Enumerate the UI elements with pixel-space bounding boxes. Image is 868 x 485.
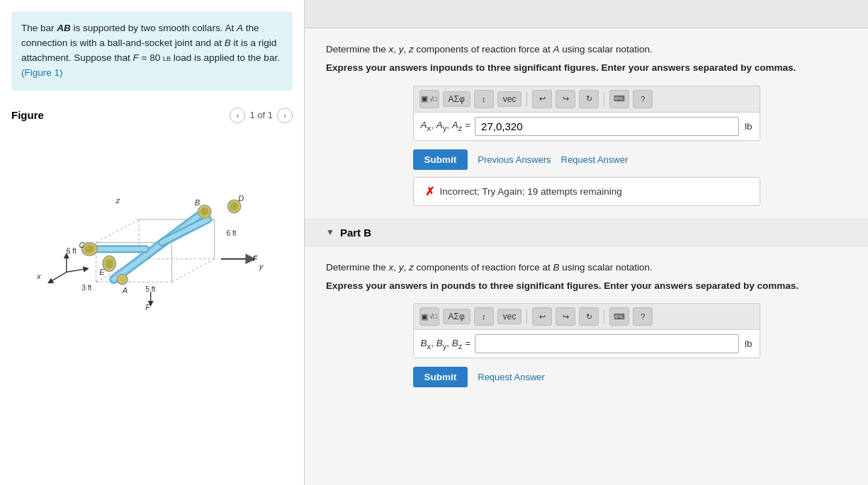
svg-point-36: [106, 258, 113, 268]
arrows-btn-b[interactable]: ↕: [474, 307, 494, 326]
prev-answers-link[interactable]: Previous Answers: [478, 154, 551, 165]
part-a-instruction: Determine the x, y, z components of reac…: [326, 42, 847, 57]
vec-btn-b[interactable]: vec: [497, 309, 522, 324]
svg-text:E: E: [99, 268, 105, 276]
bar-label: AB: [57, 23, 71, 33]
toolbar-b: ▣√□ ΑΣφ ↕ vec ↩ ↪ ↻ ⌨ ?: [413, 303, 760, 329]
part-b-header: ▼ Part B: [305, 219, 868, 246]
input-label-b: Bx, By, Bz =: [421, 338, 471, 350]
unit-label-a: lb: [745, 121, 753, 132]
diagram-svg: x z y: [11, 127, 293, 312]
svg-text:6 ft: 6 ft: [67, 247, 77, 255]
top-bar: [305, 0, 868, 28]
xyz-vars-a: x: [389, 44, 394, 55]
keyboard-btn-a[interactable]: ⌨: [609, 90, 629, 108]
next-figure-btn[interactable]: ›: [277, 108, 293, 123]
prev-figure-btn[interactable]: ‹: [230, 108, 245, 123]
refresh-btn-b[interactable]: ↻: [579, 307, 599, 326]
svg-text:x: x: [36, 271, 41, 280]
help-btn-a[interactable]: ?: [633, 90, 653, 108]
part-a-bold-instruction: Express your answers inpounds to three s…: [326, 61, 847, 75]
figure-link[interactable]: (Figure 1): [21, 67, 63, 78]
help-btn-b[interactable]: ?: [633, 307, 653, 326]
figure-title: Figure: [11, 109, 44, 121]
part-b-title: Part B: [340, 227, 371, 239]
divider-3: [526, 309, 527, 324]
problem-description: The bar AB is supported by two smooth co…: [11, 11, 293, 91]
svg-point-38: [117, 274, 128, 285]
part-b-section: Determine the x, y, z components of reac…: [305, 246, 868, 409]
keyboard-btn-b[interactable]: ⌨: [609, 307, 629, 326]
input-row-a: Ax, Ay, Az = lb: [413, 112, 760, 141]
undo-btn-a[interactable]: ↩: [532, 90, 552, 108]
chevron-down-icon: ▼: [326, 227, 334, 237]
svg-text:F: F: [145, 303, 151, 312]
input-label-a: Ax, Ay, Az =: [421, 120, 471, 132]
toolbar-a: ▣√□ ΑΣφ ↕ vec ↩ ↪ ↻ ⌨ ?: [413, 86, 760, 112]
undo-btn-b[interactable]: ↩: [532, 307, 552, 326]
figure-navigation: ‹ 1 of 1 ›: [230, 108, 293, 123]
figure-diagram: x z y: [11, 127, 293, 312]
left-panel: The bar AB is supported by two smooth co…: [0, 0, 305, 485]
redo-btn-a[interactable]: ↪: [556, 90, 575, 108]
error-box: ✗ Incorrect; Try Again; 19 attempts rema…: [413, 177, 760, 206]
request-answer-link-b[interactable]: Request Answer: [478, 372, 545, 382]
divider-1: [526, 92, 527, 106]
svg-text:C: C: [79, 241, 85, 249]
svg-text:6 ft: 6 ft: [226, 229, 236, 237]
svg-point-30: [201, 207, 208, 215]
error-icon: ✗: [425, 185, 434, 198]
action-row-a: Submit Previous Answers Request Answer: [413, 149, 760, 170]
part-a-section: Determine the x, y, z components of reac…: [305, 28, 868, 219]
svg-point-33: [85, 245, 94, 253]
redo-btn-b[interactable]: ↪: [556, 307, 575, 326]
part-b-instruction: Determine the x, y, z components of reac…: [326, 261, 847, 275]
svg-text:F: F: [253, 254, 259, 263]
svg-text:A: A: [122, 286, 128, 295]
matrix-btn-b[interactable]: ▣√□: [419, 307, 439, 326]
figure-area: Figure ‹ 1 of 1 › x z y: [0, 102, 304, 485]
action-row-b: Submit Request Answer: [413, 367, 760, 387]
svg-text:3 ft: 3 ft: [81, 284, 91, 292]
right-panel: Determine the x, y, z components of reac…: [305, 0, 868, 485]
figure-count: 1 of 1: [249, 110, 273, 120]
figure-header: Figure ‹ 1 of 1 ›: [11, 108, 293, 123]
greek-btn-b[interactable]: ΑΣφ: [443, 309, 470, 324]
divider-4: [604, 309, 604, 324]
svg-text:z: z: [115, 195, 120, 204]
divider-2: [604, 92, 604, 106]
greek-btn-a[interactable]: ΑΣφ: [443, 91, 470, 107]
part-b-bold-instruction: Express your answers in pounds to three …: [326, 279, 847, 293]
vec-btn-a[interactable]: vec: [497, 91, 522, 107]
answer-input-a[interactable]: [475, 117, 739, 136]
answer-input-b[interactable]: [475, 334, 739, 353]
request-answer-link-a[interactable]: Request Answer: [561, 154, 629, 165]
svg-text:B: B: [195, 198, 201, 206]
input-row-b: Bx, By, Bz = lb: [413, 329, 760, 358]
submit-btn-a[interactable]: Submit: [413, 149, 468, 170]
svg-text:D: D: [238, 194, 244, 202]
error-text: Incorrect; Try Again; 19 attempts remain…: [440, 186, 622, 197]
submit-btn-b[interactable]: Submit: [413, 367, 468, 387]
arrows-btn-a[interactable]: ↕: [474, 90, 494, 108]
unit-label-b: lb: [745, 338, 753, 349]
matrix-btn-a[interactable]: ▣√□: [419, 90, 439, 108]
refresh-btn-a[interactable]: ↻: [579, 90, 599, 108]
svg-point-27: [230, 202, 238, 210]
